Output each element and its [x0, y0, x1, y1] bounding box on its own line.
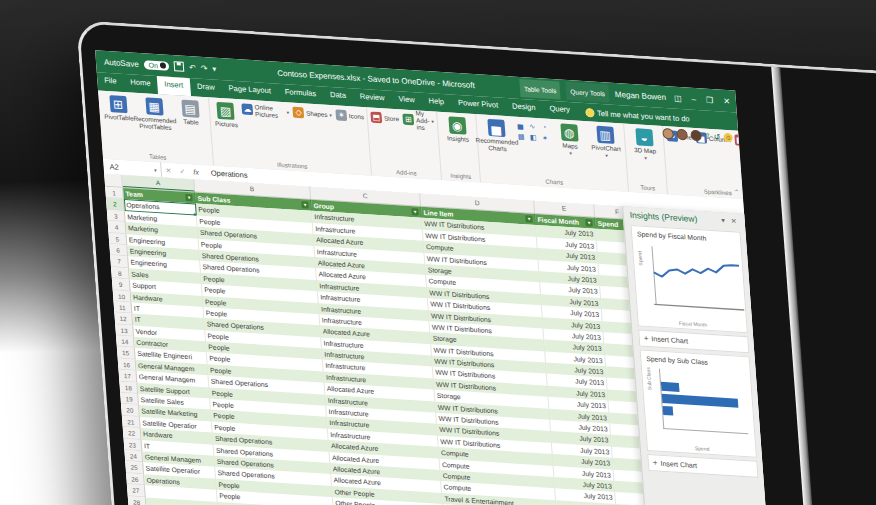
ribbon-pivottable-button[interactable]: ⊞PivotTable — [100, 93, 136, 124]
ribbon-icons-button[interactable]: ✶Icons — [334, 107, 365, 124]
restore-button[interactable]: ❐ — [704, 95, 716, 105]
surface-device: AutoSave On ↶ ↷ ▾ Contoso Expenses.xlsx … — [76, 20, 876, 505]
panel-close-icon[interactable]: ✕ — [728, 217, 740, 226]
chart-type-icon[interactable]: ◔ — [538, 122, 550, 133]
ribbon-store-button[interactable]: ⬒Store — [369, 109, 400, 126]
bar — [661, 382, 680, 392]
lightbulb-icon — [585, 108, 595, 118]
filter-dropdown-icon[interactable]: ▼ — [585, 219, 593, 226]
ribbon-recommended-pivottables-button[interactable]: ▦Recommended PivotTables — [136, 95, 173, 133]
tab-home[interactable]: Home — [123, 74, 158, 94]
tab-view[interactable]: View — [391, 91, 422, 111]
ribbon-maps-button[interactable]: ◍Maps ▾ — [551, 121, 588, 159]
plus-icon: + — [653, 458, 658, 467]
chart-type-icon[interactable]: ▦ — [515, 132, 527, 143]
ribbon-group-illustrations: ▨Pictures☁Online Pictures ▾◇Shapes ▾✶Ico… — [209, 97, 372, 175]
tab-query[interactable]: Query — [542, 100, 578, 120]
name-box-value: A2 — [109, 162, 119, 172]
undo-icon[interactable]: ↶ — [189, 63, 196, 72]
save-icon[interactable] — [174, 61, 185, 72]
tell-me-label: Tell me what you want to do — [597, 108, 690, 123]
autosave-label: AutoSave — [104, 57, 139, 68]
insights-icon: ◉ — [448, 116, 466, 134]
chart-type-icon[interactable]: ▅ — [514, 121, 526, 132]
redo-icon[interactable]: ↷ — [200, 63, 207, 72]
pivotchart-icon: ▥ — [596, 126, 614, 144]
user-name[interactable]: Megan Bowen — [615, 89, 667, 101]
ribbon-insights-button[interactable]: ◉Insights — [439, 114, 475, 145]
ribbon-display-options-icon[interactable]: ◫ — [672, 93, 684, 103]
select-all-corner[interactable] — [104, 174, 123, 187]
insert-chart-label: Insert Chart — [660, 460, 697, 469]
tab-insert[interactable]: Insert — [157, 76, 191, 96]
qat-customize-icon[interactable]: ▾ — [212, 64, 217, 73]
formula-content[interactable]: Operations — [202, 168, 247, 180]
y-axis-label: Spend — [636, 251, 643, 266]
ribbon-group-insights: ◉InsightsInsights — [437, 112, 481, 183]
recommended-pivottables-icon: ▦ — [145, 97, 163, 115]
ribbon-pivotchart-button[interactable]: ▥PivotChart ▾ — [587, 123, 624, 161]
filter-dropdown-icon[interactable]: ▼ — [411, 208, 419, 215]
winloss-icon: ◧ — [734, 134, 743, 146]
chart-type-icon[interactable]: ∿ — [526, 121, 538, 132]
filter-dropdown-icon[interactable]: ▼ — [301, 201, 309, 208]
ribbon-pictures-button[interactable]: ▨Pictures — [211, 100, 240, 130]
confirm-entry-icon[interactable]: ✓ — [175, 167, 189, 176]
insight-card-bar[interactable]: Spend by Sub Class Sub Class Spend — [640, 349, 757, 457]
ribbon-group-tables: ⊞PivotTable▦Recommended PivotTables▤Tabl… — [98, 90, 214, 165]
line-chart: Spend — [638, 239, 743, 324]
minimize-button[interactable]: – — [689, 94, 698, 104]
autosave-toggle[interactable]: On — [143, 60, 169, 71]
button-label: Store — [384, 114, 400, 122]
avatar[interactable] — [676, 129, 688, 141]
pivottable-icon: ⊞ — [109, 95, 127, 113]
avatar[interactable] — [690, 130, 702, 142]
insight-card-line[interactable]: Spend by Fiscal Month Spend Fiscal Month — [630, 225, 747, 333]
dropdown-caret-icon: ▾ — [569, 150, 572, 156]
online-pictures-icon: ☁ — [241, 103, 253, 115]
dropdown-caret-icon: ▾ — [431, 118, 434, 124]
table-tools-contextual: Table Tools — [519, 79, 561, 100]
name-box-caret-icon: ▾ — [154, 166, 157, 172]
ribbon-shapes-button[interactable]: ◇Shapes ▾ — [291, 105, 333, 123]
row-number[interactable]: 28 — [128, 496, 147, 505]
ribbon-recommended-charts-button[interactable]: ▅Recommended Charts — [478, 116, 515, 154]
insights-panel-title: Insights (Preview) — [629, 210, 697, 224]
filter-dropdown-icon[interactable]: ▼ — [525, 215, 533, 222]
insert-chart-button[interactable]: + Insert Chart — [647, 454, 758, 478]
button-label: Recommended Charts — [475, 136, 519, 153]
ribbon-online-pictures-button[interactable]: ☁Online Pictures ▾ — [240, 101, 290, 119]
tab-help[interactable]: Help — [421, 93, 452, 113]
ribbon-my-add-ins-button[interactable]: ⊞My Add-ins ▾ — [401, 111, 435, 128]
chart-type-icon[interactable]: ◧ — [527, 132, 539, 143]
cancel-entry-icon[interactable]: ✕ — [161, 166, 175, 175]
dropdown-caret-icon: ▾ — [605, 153, 608, 159]
share-icon[interactable]: ⇪ — [704, 132, 711, 141]
insights-panel: Insights (Preview) ▾ ✕ Spend by Fiscal M… — [622, 206, 773, 505]
avatar[interactable] — [662, 128, 674, 140]
button-label: Online Pictures — [254, 103, 285, 119]
ribbon-group-charts: ▅Recommended Charts▅∿◔▦◧✶◍Maps ▾▥PivotCh… — [476, 114, 629, 192]
close-button[interactable]: ✕ — [721, 96, 732, 106]
chart-type-gallery: ▅∿◔▦◧✶ — [514, 119, 551, 144]
chart-type-icon[interactable]: ✶ — [539, 133, 551, 144]
tab-data[interactable]: Data — [323, 87, 354, 107]
insert-function-icon[interactable]: fx — [189, 168, 203, 176]
ribbon-3d-map-button[interactable]: ◒3D Map ▾ — [626, 126, 663, 164]
bar — [663, 406, 674, 416]
dropdown-caret-icon: ▾ — [329, 111, 332, 117]
dropdown-caret-icon: ▾ — [286, 109, 289, 115]
maps-icon: ◍ — [560, 123, 578, 141]
tab-file[interactable]: File — [97, 72, 124, 92]
insert-chart-label: Insert Chart — [651, 335, 688, 344]
ribbon-table-button[interactable]: ▤Table — [172, 97, 208, 128]
ribbon-win-loss-button[interactable]: ◧Win/ Loss — [733, 132, 743, 149]
feedback-smiley-icon[interactable]: ☺ — [723, 133, 733, 143]
tab-draw[interactable]: Draw — [190, 78, 223, 98]
line-chart-svg — [638, 239, 748, 324]
button-label: Pictures — [215, 120, 238, 129]
ribbon-group-add-ins: ⬒Store⊞My Add-ins ▾Add-ins — [367, 107, 442, 180]
filter-dropdown-icon[interactable]: ▼ — [185, 194, 193, 201]
device-edge — [771, 67, 839, 505]
history-icon[interactable]: ↺ — [714, 132, 721, 141]
